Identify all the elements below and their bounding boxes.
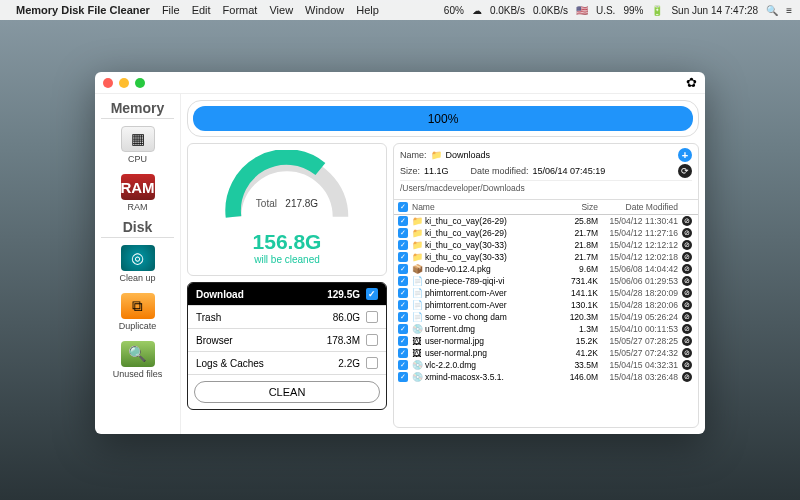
menu-extra-icon[interactable]: ≡ (786, 5, 792, 16)
clean-button[interactable]: CLEAN (194, 381, 380, 403)
block-icon[interactable]: ⊘ (682, 312, 692, 322)
file-row[interactable]: ✓📁ki_thu_co_vay(30-33)21.7M15/04/12 12:0… (394, 251, 698, 263)
fp-name-value: Downloads (446, 150, 491, 160)
sidebar-item-ram[interactable]: RAM RAM (101, 171, 174, 215)
file-name: some - vo chong dam (425, 312, 507, 322)
category-row-browser[interactable]: Browser178.3M (188, 329, 386, 352)
search-icon[interactable]: 🔍 (766, 5, 778, 16)
file-icon: 📦 (412, 264, 422, 274)
close-icon[interactable] (103, 78, 113, 88)
file-icon: 💿 (412, 324, 422, 334)
block-icon[interactable]: ⊘ (682, 252, 692, 262)
clock: Sun Jun 14 7:47:28 (671, 5, 758, 16)
file-row[interactable]: ✓💿vlc-2.2.0.dmg33.5M15/04/15 04:32:31⊘ (394, 359, 698, 371)
block-icon[interactable]: ⊘ (682, 372, 692, 382)
checkbox-icon[interactable]: ✓ (398, 252, 408, 262)
sidebar-item-cleanup[interactable]: ◎ Clean up (101, 242, 174, 286)
gear-icon[interactable]: ✿ (686, 75, 697, 90)
col-date[interactable]: Date Modified (598, 202, 682, 212)
checkbox-icon[interactable]: ✓ (398, 240, 408, 250)
checkbox-icon[interactable]: ✓ (398, 228, 408, 238)
block-icon[interactable]: ⊘ (682, 276, 692, 286)
file-date: 15/04/12 12:02:18 (598, 252, 682, 262)
category-row-download[interactable]: Download129.5G✓ (188, 283, 386, 306)
checkbox-icon[interactable]: ✓ (398, 324, 408, 334)
menubar: Memory Disk File Cleaner File Edit Forma… (0, 0, 800, 20)
checkbox-icon[interactable] (366, 357, 378, 369)
category-row-logs-caches[interactable]: Logs & Caches2.2G (188, 352, 386, 375)
block-icon[interactable]: ⊘ (682, 240, 692, 250)
sidebar-item-duplicate[interactable]: ⧉ Duplicate (101, 290, 174, 334)
file-row[interactable]: ✓📄some - vo chong dam120.3M15/04/19 05:2… (394, 311, 698, 323)
file-row[interactable]: ✓📁ki_thu_co_vay(30-33)21.8M15/04/12 12:1… (394, 239, 698, 251)
checkbox-icon[interactable]: ✓ (398, 312, 408, 322)
cleaned-sub: will be cleaned (194, 254, 380, 265)
file-row[interactable]: ✓📦node-v0.12.4.pkg9.6M15/06/08 14:04:42⊘ (394, 263, 698, 275)
block-icon[interactable]: ⊘ (682, 348, 692, 358)
block-icon[interactable]: ⊘ (682, 336, 692, 346)
checkbox-icon[interactable]: ✓ (398, 336, 408, 346)
sidebar-item-unused[interactable]: 🔍 Unused files (101, 338, 174, 382)
sidebar-item-cpu[interactable]: ▦ CPU (101, 123, 174, 167)
menu-edit[interactable]: Edit (192, 4, 211, 16)
checkbox-icon[interactable]: ✓ (398, 360, 408, 370)
file-icon: 📄 (412, 288, 422, 298)
file-row[interactable]: ✓🖼user-normal.png41.2K15/05/27 07:24:32⊘ (394, 347, 698, 359)
checkbox-icon[interactable]: ✓ (398, 348, 408, 358)
checkbox-icon[interactable]: ✓ (398, 276, 408, 286)
file-name: vlc-2.2.0.dmg (425, 360, 476, 370)
file-name: ki_thu_co_vay(26-29) (425, 216, 507, 226)
refresh-button[interactable]: ⟳ (678, 164, 692, 178)
file-row[interactable]: ✓📄phimtorrent.com-Aver130.1K15/04/28 18:… (394, 299, 698, 311)
file-date: 15/06/08 14:04:42 (598, 264, 682, 274)
checkbox-icon[interactable]: ✓ (366, 288, 378, 300)
traffic-lights (103, 78, 145, 88)
menu-window[interactable]: Window (305, 4, 344, 16)
block-icon[interactable]: ⊘ (682, 228, 692, 238)
minimize-icon[interactable] (119, 78, 129, 88)
file-row[interactable]: ✓💿uTorrent.dmg1.3M15/04/10 00:11:53⊘ (394, 323, 698, 335)
menu-file[interactable]: File (162, 4, 180, 16)
block-icon[interactable]: ⊘ (682, 264, 692, 274)
checkbox-icon[interactable]: ✓ (398, 300, 408, 310)
file-row[interactable]: ✓📄phimtorrent.com-Aver141.1K15/04/28 18:… (394, 287, 698, 299)
cpu-icon: ▦ (121, 126, 155, 152)
file-icon: 📄 (412, 300, 422, 310)
checkbox-icon[interactable]: ✓ (398, 372, 408, 382)
sidebar-label-cleanup: Clean up (119, 273, 155, 283)
block-icon[interactable]: ⊘ (682, 360, 692, 370)
gauge-icon: Total 217.8G (212, 150, 362, 228)
menu-format[interactable]: Format (223, 4, 258, 16)
file-list[interactable]: ✓📁ki_thu_co_vay(26-29)25.8M15/04/12 11:3… (394, 215, 698, 427)
add-button[interactable]: + (678, 148, 692, 162)
checkbox-icon[interactable]: ✓ (398, 264, 408, 274)
fp-path: /Users/macdeveloper/Downloads (400, 180, 692, 195)
block-icon[interactable]: ⊘ (682, 324, 692, 334)
file-row[interactable]: ✓💿xmind-macosx-3.5.1.146.0M15/04/18 03:2… (394, 371, 698, 383)
file-row[interactable]: ✓🖼user-normal.jpg15.2K15/05/27 07:28:25⊘ (394, 335, 698, 347)
checkbox-icon[interactable]: ✓ (398, 216, 408, 226)
checkbox-icon[interactable] (366, 334, 378, 346)
block-icon[interactable]: ⊘ (682, 216, 692, 226)
file-icon: 🖼 (412, 336, 422, 346)
category-row-trash[interactable]: Trash86.0G (188, 306, 386, 329)
col-size[interactable]: Size (560, 202, 598, 212)
file-row[interactable]: ✓📁ki_thu_co_vay(26-29)21.7M15/04/12 11:2… (394, 227, 698, 239)
category-list: Download129.5G✓Trash86.0GBrowser178.3MLo… (187, 282, 387, 410)
file-row[interactable]: ✓📄one-piece-789-qiqi-vi731.4K15/06/06 01… (394, 275, 698, 287)
menu-view[interactable]: View (269, 4, 293, 16)
file-date: 15/04/12 12:12:12 (598, 240, 682, 250)
file-size: 1.3M (560, 324, 598, 334)
file-row[interactable]: ✓📁ki_thu_co_vay(26-29)25.8M15/04/12 11:3… (394, 215, 698, 227)
app-name[interactable]: Memory Disk File Cleaner (16, 4, 150, 16)
checkbox-icon[interactable]: ✓ (398, 288, 408, 298)
category-size: 178.3M (327, 335, 360, 346)
block-icon[interactable]: ⊘ (682, 288, 692, 298)
checkbox-icon[interactable] (366, 311, 378, 323)
file-name: ki_thu_co_vay(30-33) (425, 240, 507, 250)
zoom-icon[interactable] (135, 78, 145, 88)
block-icon[interactable]: ⊘ (682, 300, 692, 310)
menu-help[interactable]: Help (356, 4, 379, 16)
unused-icon: 🔍 (121, 341, 155, 367)
col-name[interactable]: Name (412, 202, 560, 212)
